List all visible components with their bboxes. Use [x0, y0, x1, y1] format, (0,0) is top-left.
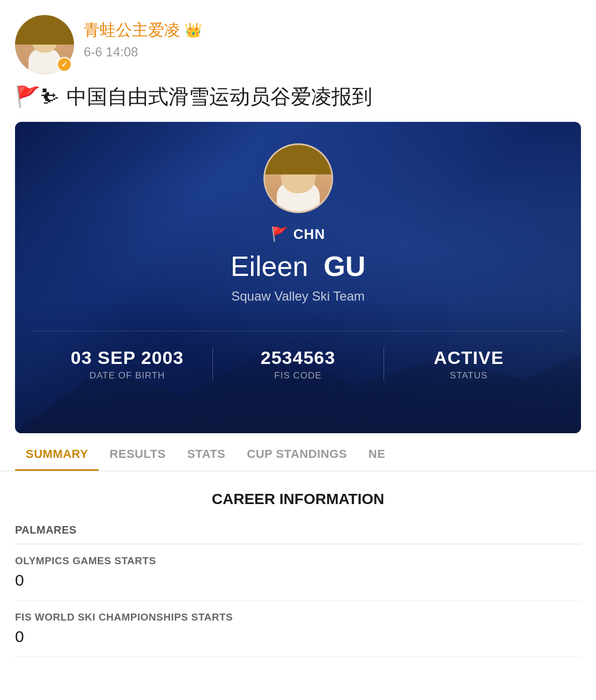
stat-status: ACTIVE STATUS — [384, 347, 554, 381]
stat-fis-code: 2534563 FIS CODE — [212, 347, 383, 381]
world-champ-stat-value: 0 — [15, 628, 581, 646]
profile-card: 🚩 CHN Eileen GU Squaw Valley Ski Team 03… — [15, 122, 581, 433]
user-avatar-wrap: ✓ — [15, 15, 74, 74]
career-section: CAREER INFORMATION PALMARES OLYMPICS GAM… — [0, 471, 596, 657]
username-row: 青蛙公主爱凌 👑 — [84, 19, 202, 41]
fis-code-label: FIS CODE — [212, 370, 383, 381]
tab-stats[interactable]: STATS — [176, 433, 236, 471]
status-value: ACTIVE — [384, 347, 554, 368]
country-code: CHN — [293, 226, 325, 243]
team-name: Squaw Valley Ski Team — [231, 289, 365, 304]
olympics-stat-row: OLYMPICS GAMES STARTS 0 — [15, 544, 581, 601]
palmares-header: PALMARES — [15, 524, 581, 544]
crown-icon: 👑 — [185, 22, 202, 39]
username[interactable]: 青蛙公主爱凌 — [84, 19, 180, 41]
verified-badge: ✓ — [57, 57, 72, 72]
tab-results[interactable]: RESULTS — [99, 433, 176, 471]
career-title: CAREER INFORMATION — [15, 491, 581, 508]
world-champ-stat-label: FIS WORLD SKI CHAMPIONSHIPS STARTS — [15, 611, 581, 623]
status-label: STATUS — [384, 370, 554, 381]
olympics-stat-value: 0 — [15, 571, 581, 589]
profile-avatar — [263, 143, 333, 213]
tabs-row: SUMMARY RESULTS STATS CUP STANDINGS NE — [0, 433, 596, 471]
post-header: ✓ 青蛙公主爱凌 👑 6-6 14:08 — [0, 0, 596, 83]
olympics-stat-label: OLYMPICS GAMES STARTS — [15, 555, 581, 567]
avatar-hair — [15, 15, 74, 45]
athlete-last-name: GU — [323, 251, 365, 282]
user-info: 青蛙公主爱凌 👑 6-6 14:08 — [84, 15, 202, 60]
country-row: 🚩 CHN — [271, 226, 325, 243]
athlete-name: Eileen GU — [231, 250, 365, 282]
post-timestamp: 6-6 14:08 — [84, 45, 202, 60]
tab-summary[interactable]: SUMMARY — [15, 433, 99, 471]
world-champ-stat-row: FIS WORLD SKI CHAMPIONSHIPS STARTS 0 — [15, 601, 581, 657]
profile-content: 🚩 CHN Eileen GU Squaw Valley Ski Team 03… — [15, 122, 581, 397]
stat-dob: 03 SEP 2003 DATE OF BIRTH — [42, 347, 212, 381]
dob-label: DATE OF BIRTH — [42, 370, 212, 381]
fis-code-value: 2534563 — [212, 347, 383, 368]
verified-icon: ✓ — [61, 60, 68, 69]
athlete-first-name: Eileen — [231, 251, 308, 282]
post-text: 🚩⛷ 中国自由式滑雪运动员谷爱凌报到 — [0, 83, 596, 122]
profile-hair — [265, 145, 332, 174]
dob-value: 03 SEP 2003 — [42, 347, 212, 368]
country-flag: 🚩 — [271, 226, 288, 243]
stats-bar: 03 SEP 2003 DATE OF BIRTH 2534563 FIS CO… — [31, 331, 565, 397]
tab-cup-standings[interactable]: CUP STANDINGS — [236, 433, 358, 471]
tab-ne[interactable]: NE — [358, 433, 396, 471]
profile-avatar-inner — [265, 145, 332, 212]
